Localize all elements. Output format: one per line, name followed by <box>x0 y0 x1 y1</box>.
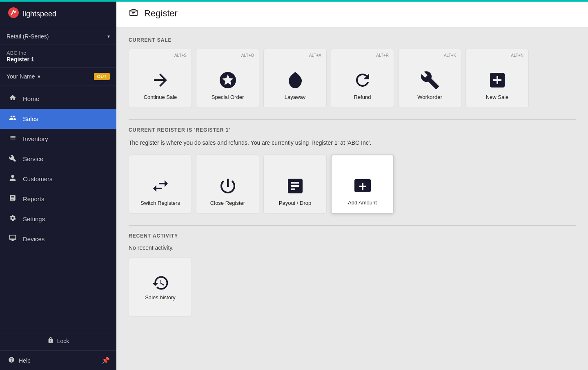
sidebar-item-customers[interactable]: Customers <box>0 169 116 189</box>
workorder-icon <box>420 70 440 90</box>
sales-icon <box>8 114 17 123</box>
add-amount-card[interactable]: Add Amount <box>331 155 394 214</box>
new-sale-icon <box>488 70 507 90</box>
close-register-card[interactable]: Close Register <box>196 155 259 214</box>
lock-label: Lock <box>57 338 69 344</box>
sidebar-item-service-label: Service <box>23 155 43 162</box>
sidebar-item-home[interactable]: Home <box>0 89 116 109</box>
user-name-label: Your Name <box>7 73 35 80</box>
sales-history-icon <box>151 274 169 292</box>
main-content: Register CURRENT SALE ALT+S Continue Sal… <box>116 0 588 370</box>
help-icon <box>8 357 15 364</box>
section-divider-2 <box>129 225 576 226</box>
close-register-power-icon <box>218 176 238 196</box>
current-register-cards: Switch Registers Close Register <box>129 155 576 214</box>
register-header-icon <box>129 7 138 20</box>
payout-drop-label: Payout / Drop <box>279 200 312 206</box>
sales-history-card[interactable]: Sales history <box>129 258 192 317</box>
sidebar-item-devices[interactable]: Devices <box>0 229 116 249</box>
refund-card[interactable]: ALT+R Refund <box>331 49 394 108</box>
user-row[interactable]: Your Name ▾ OUT <box>0 68 116 85</box>
payout-drop-icon <box>285 176 305 196</box>
chevron-down-icon: ▾ <box>38 73 40 80</box>
devices-icon <box>8 234 17 244</box>
page-title: Register <box>144 8 178 19</box>
sidebar-item-sales-label: Sales <box>23 115 38 122</box>
page-header: Register <box>116 0 588 27</box>
pin-button[interactable]: 📌 <box>95 351 116 370</box>
current-register-section-title: CURRENT REGISTER IS 'REGISTER 1' <box>129 127 576 133</box>
chevron-down-icon: ▾ <box>107 34 110 39</box>
sidebar-logo: lightspeed <box>0 0 116 28</box>
customers-icon <box>8 174 17 184</box>
continue-sale-icon <box>151 70 170 90</box>
store-selector[interactable]: Retail (R-Series) ▾ <box>0 28 116 45</box>
sidebar: lightspeed Retail (R-Series) ▾ ABC Inc R… <box>0 0 116 370</box>
switch-registers-card[interactable]: Switch Registers <box>129 155 192 214</box>
register-name: Register 1 <box>7 56 110 63</box>
layaway-label: Layaway <box>285 94 305 100</box>
company-name: ABC Inc <box>7 50 110 56</box>
sidebar-item-reports-label: Reports <box>23 195 45 202</box>
user-name-container: Your Name ▾ <box>7 73 40 80</box>
special-order-label: Special Order <box>212 94 244 100</box>
new-sale-shortcut: ALT+N <box>511 53 523 58</box>
sidebar-item-devices-label: Devices <box>23 235 45 242</box>
sidebar-item-settings-label: Settings <box>23 215 45 222</box>
switch-registers-icon <box>151 176 170 196</box>
recent-activity-section-title: RECENT ACTIVITY <box>129 233 576 239</box>
workorder-label: Workorder <box>417 94 442 100</box>
lock-button[interactable]: Lock <box>0 331 116 350</box>
add-amount-icon <box>353 176 372 195</box>
layaway-icon <box>285 70 305 90</box>
reports-icon <box>8 194 17 204</box>
inventory-icon <box>8 134 17 144</box>
refund-shortcut: ALT+R <box>376 53 389 58</box>
continue-sale-label: Continue Sale <box>144 94 177 100</box>
pin-icon: 📌 <box>102 357 110 364</box>
register-info-description: The register is where you do sales and r… <box>129 139 576 147</box>
main-nav: Home Sales Inventory Servi <box>0 85 116 331</box>
recent-activity-cards: Sales history <box>129 258 576 317</box>
special-order-icon <box>218 70 238 90</box>
layaway-shortcut: ALT+A <box>309 53 321 58</box>
help-button[interactable]: Help <box>0 351 95 370</box>
section-divider-1 <box>129 119 576 120</box>
continue-sale-card[interactable]: ALT+S Continue Sale <box>129 49 192 108</box>
layaway-card[interactable]: ALT+A Layaway <box>263 49 327 108</box>
sidebar-item-settings[interactable]: Settings <box>0 209 116 229</box>
app-name: lightspeed <box>23 10 56 18</box>
sales-history-label: Sales history <box>145 294 175 300</box>
lock-icon <box>47 337 54 345</box>
current-sale-cards: ALT+S Continue Sale ALT+O Special Order <box>129 49 576 108</box>
special-order-shortcut: ALT+O <box>241 53 254 58</box>
store-name: Retail (R-Series) <box>7 33 49 40</box>
no-activity-text: No recent activity. <box>129 244 576 251</box>
refund-label: Refund <box>354 94 371 100</box>
sidebar-item-customers-label: Customers <box>23 175 53 182</box>
user-status-badge: OUT <box>94 73 110 80</box>
workorder-card[interactable]: ALT+K Workorder <box>398 49 461 108</box>
home-icon <box>8 94 17 103</box>
gear-icon <box>8 214 17 224</box>
sidebar-item-inventory-label: Inventory <box>23 135 48 142</box>
help-label: Help <box>19 357 31 364</box>
svg-point-0 <box>8 7 19 18</box>
add-amount-label: Add Amount <box>348 200 377 206</box>
special-order-card[interactable]: ALT+O Special Order <box>196 49 259 108</box>
register-info: ABC Inc Register 1 <box>0 45 116 68</box>
switch-registers-label: Switch Registers <box>140 200 180 206</box>
sidebar-item-sales[interactable]: Sales <box>0 109 116 129</box>
sidebar-item-home-label: Home <box>23 95 39 102</box>
new-sale-label: New Sale <box>486 94 509 100</box>
sidebar-item-service[interactable]: Service <box>0 149 116 169</box>
help-row: Help 📌 <box>0 350 116 370</box>
workorder-shortcut: ALT+K <box>444 53 456 58</box>
refund-icon <box>353 70 372 90</box>
sidebar-item-reports[interactable]: Reports <box>0 189 116 209</box>
sidebar-item-inventory[interactable]: Inventory <box>0 129 116 149</box>
current-sale-section-title: CURRENT SALE <box>129 37 576 43</box>
payout-drop-card[interactable]: Payout / Drop <box>263 155 327 214</box>
continue-sale-shortcut: ALT+S <box>174 53 187 58</box>
new-sale-card[interactable]: ALT+N New Sale <box>466 49 529 108</box>
